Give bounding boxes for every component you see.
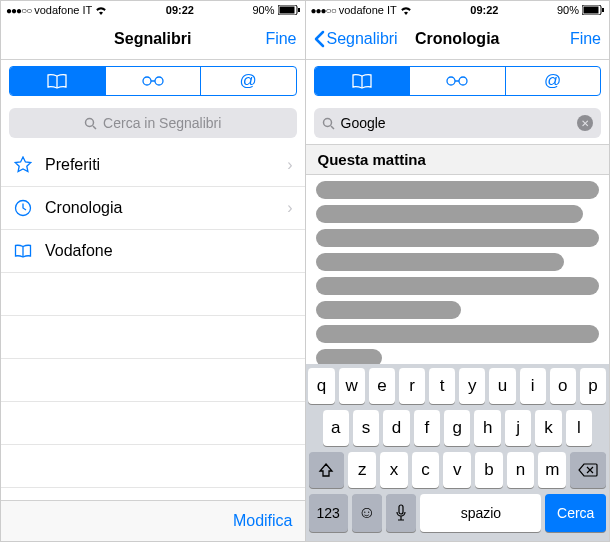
row-preferiti[interactable]: Preferiti › bbox=[1, 144, 305, 187]
keyboard-row-3: z x c v b n m bbox=[309, 452, 607, 488]
history-item[interactable] bbox=[316, 277, 600, 295]
key-w[interactable]: w bbox=[339, 368, 365, 404]
svg-rect-20 bbox=[399, 505, 403, 514]
numbers-key[interactable]: 123 bbox=[309, 494, 348, 532]
empty-row bbox=[1, 273, 305, 316]
key-v[interactable]: v bbox=[443, 452, 471, 488]
history-item[interactable] bbox=[316, 253, 565, 271]
segmented-control: @ bbox=[9, 66, 297, 96]
done-button[interactable]: Fine bbox=[521, 30, 601, 48]
svg-rect-12 bbox=[584, 7, 599, 14]
history-item[interactable] bbox=[316, 205, 583, 223]
history-item[interactable] bbox=[316, 229, 600, 247]
bookmarks-screen: ●●●○○vodafone IT 09:22 90% Segnalibri Fi… bbox=[1, 1, 305, 541]
key-i[interactable]: i bbox=[520, 368, 546, 404]
svg-line-19 bbox=[331, 126, 334, 129]
clock-label: 09:22 bbox=[470, 4, 498, 16]
row-label: Cronologia bbox=[45, 199, 122, 217]
history-screen: ●●●○○vodafone IT 09:22 90% Segnalibri Cr… bbox=[306, 1, 610, 541]
shift-key[interactable] bbox=[309, 452, 345, 488]
row-cronologia[interactable]: Cronologia › bbox=[1, 187, 305, 230]
done-button[interactable]: Fine bbox=[217, 30, 297, 48]
key-b[interactable]: b bbox=[475, 452, 503, 488]
section-header: Questa mattina bbox=[306, 144, 610, 175]
search-input[interactable] bbox=[341, 115, 572, 131]
bottom-toolbar: Modifica bbox=[1, 500, 305, 541]
svg-point-16 bbox=[459, 77, 467, 85]
history-list bbox=[306, 175, 610, 364]
history-item[interactable] bbox=[316, 181, 600, 199]
clear-icon[interactable]: ✕ bbox=[577, 115, 593, 131]
space-key[interactable]: spazio bbox=[420, 494, 541, 532]
backspace-key[interactable] bbox=[570, 452, 606, 488]
keyboard-row-2: a s d f g h j k l bbox=[309, 410, 607, 446]
key-a[interactable]: a bbox=[323, 410, 349, 446]
svg-line-8 bbox=[93, 126, 96, 129]
battery-label: 90% bbox=[557, 4, 579, 16]
empty-row bbox=[1, 402, 305, 445]
mic-key[interactable] bbox=[386, 494, 416, 532]
page-title: Cronologia bbox=[394, 30, 522, 48]
key-h[interactable]: h bbox=[474, 410, 500, 446]
key-t[interactable]: t bbox=[429, 368, 455, 404]
key-o[interactable]: o bbox=[550, 368, 576, 404]
history-item[interactable] bbox=[316, 349, 383, 364]
history-item[interactable] bbox=[316, 301, 462, 319]
key-g[interactable]: g bbox=[444, 410, 470, 446]
tab-reading-list[interactable] bbox=[105, 67, 201, 95]
key-x[interactable]: x bbox=[380, 452, 408, 488]
tab-reading-list[interactable] bbox=[409, 67, 505, 95]
star-icon bbox=[13, 156, 33, 174]
svg-rect-13 bbox=[602, 8, 604, 12]
search-placeholder: Cerca in Segnalibri bbox=[103, 115, 221, 131]
key-u[interactable]: u bbox=[489, 368, 515, 404]
battery-label: 90% bbox=[252, 4, 274, 16]
edit-button[interactable]: Modifica bbox=[233, 512, 293, 530]
book-icon bbox=[13, 244, 33, 258]
key-d[interactable]: d bbox=[383, 410, 409, 446]
search-icon bbox=[84, 117, 97, 130]
svg-point-5 bbox=[155, 77, 163, 85]
key-c[interactable]: c bbox=[412, 452, 440, 488]
key-r[interactable]: r bbox=[399, 368, 425, 404]
tab-shared[interactable]: @ bbox=[200, 67, 296, 95]
key-l[interactable]: l bbox=[566, 410, 592, 446]
clock-label: 09:22 bbox=[166, 4, 194, 16]
nav-bar: Segnalibri Cronologia Fine bbox=[306, 19, 610, 60]
tab-bookmarks[interactable] bbox=[315, 67, 410, 95]
chevron-right-icon: › bbox=[287, 199, 292, 217]
keyboard-row-1: q w e r t y u i o p bbox=[309, 368, 607, 404]
page-title: Segnalibri bbox=[89, 30, 217, 48]
clock-icon bbox=[13, 199, 33, 217]
emoji-key[interactable]: ☺ bbox=[352, 494, 382, 532]
key-f[interactable]: f bbox=[414, 410, 440, 446]
back-button[interactable]: Segnalibri bbox=[314, 30, 394, 48]
signal-dots-icon: ●●●○○ bbox=[311, 5, 336, 16]
key-m[interactable]: m bbox=[538, 452, 566, 488]
wifi-icon bbox=[95, 6, 107, 15]
svg-point-15 bbox=[447, 77, 455, 85]
key-j[interactable]: j bbox=[505, 410, 531, 446]
segmented-control: @ bbox=[314, 66, 602, 96]
key-n[interactable]: n bbox=[507, 452, 535, 488]
key-p[interactable]: p bbox=[580, 368, 606, 404]
signal-dots-icon: ●●●○○ bbox=[6, 5, 31, 16]
svg-rect-2 bbox=[298, 8, 300, 12]
history-item[interactable] bbox=[316, 325, 600, 343]
key-k[interactable]: k bbox=[535, 410, 561, 446]
key-s[interactable]: s bbox=[353, 410, 379, 446]
search-field[interactable]: Cerca in Segnalibri bbox=[9, 108, 297, 138]
empty-row bbox=[1, 488, 305, 500]
svg-point-18 bbox=[323, 118, 331, 126]
search-key[interactable]: Cerca bbox=[545, 494, 606, 532]
key-y[interactable]: y bbox=[459, 368, 485, 404]
key-z[interactable]: z bbox=[348, 452, 376, 488]
key-e[interactable]: e bbox=[369, 368, 395, 404]
key-q[interactable]: q bbox=[308, 368, 334, 404]
tab-shared[interactable]: @ bbox=[505, 67, 601, 95]
keyboard-row-4: 123 ☺ spazio Cerca bbox=[309, 494, 607, 532]
tab-bookmarks[interactable] bbox=[10, 67, 105, 95]
keyboard: q w e r t y u i o p a s d f g h j k l bbox=[306, 364, 610, 541]
row-vodafone[interactable]: Vodafone bbox=[1, 230, 305, 273]
search-field[interactable]: ✕ bbox=[314, 108, 602, 138]
